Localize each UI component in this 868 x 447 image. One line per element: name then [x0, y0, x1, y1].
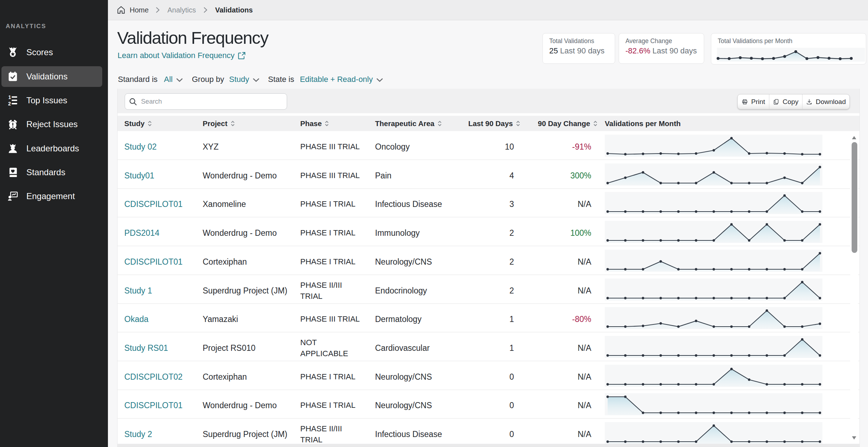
svg-text:2: 2 [8, 101, 11, 106]
svg-text:1: 1 [8, 95, 11, 100]
